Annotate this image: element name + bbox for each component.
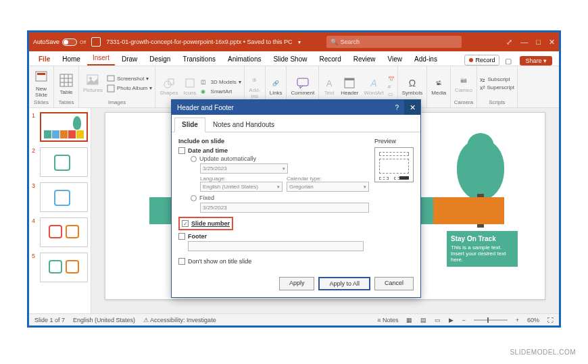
- fit-icon[interactable]: ⛶: [547, 317, 554, 323]
- language-status[interactable]: English (United States): [73, 317, 135, 323]
- include-on-slide-label: Include on slide: [178, 138, 369, 145]
- tab-animations[interactable]: Animations: [222, 53, 266, 66]
- header-footer-button[interactable]: Header: [339, 77, 360, 96]
- ribbon-options-icon[interactable]: ⤢: [506, 38, 512, 47]
- thumbnail-3[interactable]: 3: [32, 182, 88, 212]
- zoom-slider[interactable]: [474, 319, 508, 321]
- slide-counter[interactable]: Slide 1 of 7: [34, 317, 65, 323]
- svg-rect-16: [345, 78, 354, 80]
- accessibility-status[interactable]: ⚠ Accessibility: Investigate: [143, 317, 216, 323]
- tab-transitions[interactable]: Transitions: [177, 53, 221, 66]
- maximize-icon[interactable]: □: [536, 38, 541, 47]
- icons-button[interactable]: Icons: [182, 77, 197, 96]
- table-button[interactable]: Table: [57, 72, 76, 95]
- thumbnail-5[interactable]: 5: [32, 253, 88, 282]
- callout-body: This is a sample text. Insert your desir…: [451, 244, 514, 263]
- footer-checkbox[interactable]: Footer: [178, 233, 369, 240]
- addins-button[interactable]: ⊕Add- ins: [247, 74, 262, 99]
- autosave-toggle[interactable]: AutoSave Off: [33, 38, 86, 46]
- cameo-button[interactable]: 📷Cameo: [454, 74, 474, 93]
- tab-record[interactable]: Record: [314, 53, 346, 66]
- search-icon: 🔍: [330, 38, 338, 45]
- dialog-tab-notes[interactable]: Notes and Handouts: [205, 118, 282, 132]
- pictures-button[interactable]: Pictures: [82, 74, 104, 93]
- svg-rect-2: [60, 74, 72, 86]
- share-button[interactable]: Share ▾: [520, 56, 552, 66]
- slide-number-checkbox[interactable]: Slide number: [182, 220, 230, 227]
- tab-home[interactable]: Home: [57, 53, 86, 66]
- date-combo[interactable]: 3/25/2023▾: [200, 163, 288, 174]
- fixed-radio[interactable]: Fixed: [191, 194, 369, 201]
- object-icon[interactable]: ▭: [388, 91, 395, 97]
- thumbnail-1[interactable]: 1: [32, 112, 88, 142]
- svg-rect-10: [107, 85, 114, 92]
- date-time-checkbox[interactable]: Date and time: [178, 147, 369, 154]
- calendar-combo[interactable]: Gregorian▾: [287, 182, 369, 192]
- close-dialog-icon[interactable]: ✕: [404, 100, 420, 115]
- svg-point-8: [89, 77, 92, 80]
- date-time-icon[interactable]: 📅: [388, 76, 395, 82]
- wordart-button[interactable]: AWordArt: [362, 77, 385, 96]
- close-icon[interactable]: ✕: [549, 38, 555, 47]
- slide-thumbnails: 1 2 3 4 5: [29, 108, 91, 313]
- autosave-state: Off: [80, 40, 86, 45]
- toggle-icon: [62, 38, 77, 46]
- dialog-titlebar: Header and Footer ? ✕: [172, 100, 420, 115]
- photo-album-button[interactable]: Photo Album ▾: [107, 84, 152, 93]
- screenshot-button[interactable]: Screenshot ▾: [107, 75, 152, 83]
- tab-view[interactable]: View: [383, 53, 408, 66]
- chevron-down-icon[interactable]: ▾: [298, 39, 301, 45]
- dont-show-checkbox[interactable]: Don't show on title slide: [178, 258, 369, 265]
- zoom-out-icon[interactable]: −: [462, 317, 465, 323]
- subscript-button[interactable]: x₂ Subscript: [480, 76, 514, 83]
- preview-thumbnail: [374, 147, 414, 182]
- new-slide-button[interactable]: New Slide: [32, 69, 51, 98]
- text-button[interactable]: AText: [322, 77, 337, 96]
- comment-button[interactable]: Comment: [289, 77, 316, 96]
- apply-to-all-button[interactable]: Apply to All: [318, 277, 370, 290]
- symbols-button[interactable]: ΩSymbols: [401, 77, 424, 96]
- tab-addins[interactable]: Add-ins: [409, 53, 443, 66]
- thumbnail-2[interactable]: 2: [32, 147, 88, 177]
- tab-file[interactable]: File: [33, 53, 55, 66]
- header-footer-dialog: Header and Footer ? ✕ Slide Notes and Ha…: [171, 99, 421, 298]
- view-reading-icon[interactable]: ▭: [435, 317, 441, 323]
- tab-insert[interactable]: Insert: [87, 51, 115, 66]
- svg-rect-14: [297, 78, 308, 86]
- zoom-value[interactable]: 60%: [527, 317, 539, 323]
- present-icon[interactable]: ▢: [505, 57, 512, 66]
- shapes-button[interactable]: Shapes: [158, 77, 179, 96]
- view-sorter-icon[interactable]: ▤: [420, 317, 426, 323]
- view-normal-icon[interactable]: ▦: [406, 317, 412, 323]
- cancel-button[interactable]: Cancel: [374, 277, 414, 290]
- view-slideshow-icon[interactable]: ▶: [449, 317, 454, 323]
- tab-draw[interactable]: Draw: [116, 53, 143, 66]
- footer-input[interactable]: [188, 241, 364, 251]
- tab-design[interactable]: Design: [144, 53, 176, 66]
- notes-button[interactable]: ≡ Notes: [377, 317, 398, 323]
- svg-rect-13: [186, 79, 194, 87]
- tab-review[interactable]: Review: [348, 53, 381, 66]
- fixed-input[interactable]: 3/25/2023: [200, 203, 369, 213]
- zoom-in-icon[interactable]: +: [516, 317, 519, 323]
- update-auto-radio[interactable]: Update automatically: [191, 155, 369, 162]
- tab-slideshow[interactable]: Slide Show: [268, 53, 312, 66]
- language-combo[interactable]: English (United States)▾: [200, 182, 283, 192]
- slide-number-icon[interactable]: #: [388, 84, 395, 90]
- 3d-models-button[interactable]: ◫3D Models ▾: [201, 78, 241, 86]
- media-button[interactable]: 📽Media: [430, 77, 447, 96]
- apply-button[interactable]: Apply: [279, 277, 315, 290]
- smartart-button[interactable]: ◉SmartArt: [201, 87, 241, 95]
- help-icon[interactable]: ?: [395, 104, 399, 111]
- dialog-tabs: Slide Notes and Handouts: [172, 115, 420, 132]
- minimize-icon[interactable]: —: [520, 38, 528, 47]
- save-icon[interactable]: [91, 37, 101, 47]
- preview-label: Preview: [374, 138, 414, 145]
- thumbnail-4[interactable]: 4: [32, 217, 88, 247]
- superscript-button[interactable]: x² Superscript: [480, 84, 514, 91]
- search-input[interactable]: 🔍 Search: [326, 36, 462, 48]
- dialog-tab-slide[interactable]: Slide: [174, 118, 205, 132]
- record-button[interactable]: Record: [464, 55, 499, 66]
- watermark: SLIDEMODEL.COM: [510, 348, 576, 356]
- links-button[interactable]: 🔗Links: [268, 77, 284, 96]
